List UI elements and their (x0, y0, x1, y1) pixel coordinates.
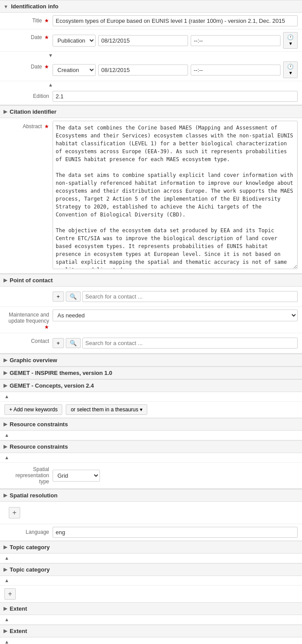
sr-title: Spatial resolution (10, 492, 57, 499)
maintenance-label: Maintenance and update frequency ★ (4, 309, 53, 330)
rc2-collapse[interactable]: ▲ (0, 453, 302, 463)
contact-label: Contact (4, 336, 53, 344)
poc-content: + 🔍 Maintenance and update frequency ★ A… (0, 287, 302, 354)
spatial-resolution-header[interactable]: ▶ Spatial resolution (0, 489, 302, 502)
contact-search-input[interactable] (82, 338, 298, 349)
language-input[interactable] (53, 527, 298, 538)
maintenance-control: As needed Continual Daily Weekly Monthly… (53, 309, 298, 321)
gemet-inspire-title: GEMET - INSPIRE themes, version 1.0 (10, 370, 112, 376)
keyword-actions: + Add new keywords or select them in a t… (0, 402, 302, 418)
e1-collapse-arrow: ▲ (4, 617, 9, 622)
date-creation-label: Date ★ (4, 61, 53, 70)
maintenance-row: Maintenance and update frequency ★ As ne… (0, 307, 302, 333)
language-control (53, 527, 298, 538)
spatial-row: Spatial representation type Grid Vector … (0, 463, 302, 489)
edition-input[interactable] (53, 91, 298, 102)
rc1-collapse[interactable]: ▲ (0, 431, 302, 440)
graphic-title: Graphic overview (10, 357, 57, 363)
date-pub-value-input[interactable] (98, 35, 188, 46)
poc-search-input[interactable] (82, 291, 298, 302)
tc2-collapse[interactable]: ▲ (0, 576, 302, 586)
poc-contact-row: + 🔍 (53, 289, 298, 304)
title-input[interactable] (53, 15, 298, 26)
date-creation-value-input[interactable] (98, 65, 188, 76)
gemet-concepts-arrow: ▶ (4, 383, 7, 389)
tc-plus-row: + (0, 586, 302, 602)
thesaurus-btn[interactable]: or select them in a thesaurus ▾ (66, 404, 147, 415)
date-pub-time-input[interactable] (191, 35, 281, 46)
gemet-inspire-header[interactable]: ▶ GEMET - INSPIRE themes, version 1.0 (0, 367, 302, 379)
gemet-concepts-collapse[interactable]: ▲ (0, 392, 302, 402)
language-row: Language (0, 524, 302, 541)
tc1-arrow: ▶ (4, 544, 7, 550)
e2-collapse-arrow: ▲ (4, 639, 9, 644)
date-pub-label: Date ★ (4, 32, 53, 40)
edition-control (53, 91, 298, 102)
date-pub-collapse[interactable]: ▼ (0, 52, 302, 59)
spatial-control: Grid Vector TextTable Tin Stereomodel Vi… (53, 470, 298, 482)
rc1-collapse-arrow: ▲ (4, 432, 9, 438)
title-control (53, 15, 298, 26)
abstract-row: Abstract ★ (0, 118, 302, 273)
contact-add-btn[interactable]: + (53, 338, 64, 348)
poc-add-btn[interactable]: + (53, 291, 64, 302)
tc1-collapse[interactable]: ▲ (0, 554, 302, 563)
sr-add-btn[interactable]: + (9, 507, 20, 518)
citation-header[interactable]: ▶ Citation identifier (0, 105, 302, 118)
date-creation-collapse[interactable]: ▲ (0, 81, 302, 88)
sr-arrow: ▶ (4, 493, 7, 498)
identification-header[interactable]: ▼ Identification info (0, 0, 302, 13)
gemet-concepts-header[interactable]: ▶ GEMET - Concepts, version 2.4 (0, 379, 302, 392)
date-publication-row: Date ★ Publication Creation Revision 🕐 ▾ (0, 29, 302, 52)
date-pub-required: ★ (44, 34, 49, 40)
contact-search-btn[interactable]: 🔍 (66, 338, 81, 348)
maintenance-select[interactable]: As needed Continual Daily Weekly Monthly… (53, 309, 298, 321)
date-creation-collapse-arrow: ▲ (48, 82, 53, 87)
tc1-collapse-arrow: ▲ (4, 555, 9, 561)
extent-2-header[interactable]: ▶ Extent (0, 625, 302, 637)
abstract-section: Abstract ★ (0, 118, 302, 274)
resource-constraints-2-header[interactable]: ▶ Resource constraints (0, 440, 302, 453)
date-creation-type-select[interactable]: Publication Creation Revision (53, 64, 96, 76)
extent-1-header[interactable]: ▶ Extent (0, 602, 302, 615)
date-pub-type-select[interactable]: Publication Creation Revision (53, 35, 96, 47)
e2-arrow: ▶ (4, 628, 7, 634)
date-pub-time-btn[interactable]: 🕐 ▾ (283, 32, 298, 49)
rc2-arrow: ▶ (4, 444, 7, 450)
sr-plus-row: + (4, 504, 298, 521)
abstract-textarea[interactable] (53, 121, 298, 269)
edition-label: Edition (4, 91, 53, 99)
tc2-arrow: ▶ (4, 567, 7, 572)
gemet-inspire-arrow: ▶ (4, 370, 7, 376)
date-creation-row: Date ★ Publication Creation Revision 🕐 ▾ (0, 59, 302, 81)
point-of-contact-header[interactable]: ▶ Point of contact (0, 274, 302, 287)
poc-search-btn[interactable]: 🔍 (66, 291, 81, 302)
spatial-select[interactable]: Grid Vector TextTable Tin Stereomodel Vi… (53, 470, 100, 482)
date-pub-control: Publication Creation Revision 🕐 ▾ (53, 32, 298, 49)
contact-row: Contact + 🔍 (0, 333, 302, 353)
tc-add-btn[interactable]: + (4, 588, 16, 600)
spatial-section: Spatial representation type Grid Vector … (0, 463, 302, 489)
graphic-arrow: ▶ (4, 357, 7, 363)
identification-title: Identification info (11, 3, 58, 10)
e2-title: Extent (10, 628, 27, 634)
e1-collapse[interactable]: ▲ (0, 615, 302, 625)
title-required: ★ (44, 18, 49, 24)
citation-arrow: ▶ (4, 109, 7, 115)
date-creation-time-input[interactable] (191, 65, 281, 76)
maintenance-required: ★ (44, 324, 49, 330)
resource-constraints-1-header[interactable]: ▶ Resource constraints (0, 418, 302, 431)
add-keywords-btn[interactable]: + Add new keywords (4, 404, 62, 415)
e2-collapse[interactable]: ▲ (0, 637, 302, 644)
identification-arrow: ▼ (4, 4, 8, 9)
title-label: Title ★ (4, 15, 53, 24)
tc2-title: Topic category (10, 566, 50, 573)
title-row: Title ★ (0, 13, 302, 29)
edition-row: Edition (0, 88, 302, 105)
gemet-concepts-title: GEMET - Concepts, version 2.4 (10, 382, 94, 389)
topic-category-2-header[interactable]: ▶ Topic category (0, 563, 302, 576)
date-creation-time-btn[interactable]: 🕐 ▾ (283, 61, 298, 78)
topic-category-1-header[interactable]: ▶ Topic category (0, 541, 302, 554)
graphic-overview-header[interactable]: ▶ Graphic overview (0, 354, 302, 367)
contact-control: + 🔍 (53, 336, 298, 350)
